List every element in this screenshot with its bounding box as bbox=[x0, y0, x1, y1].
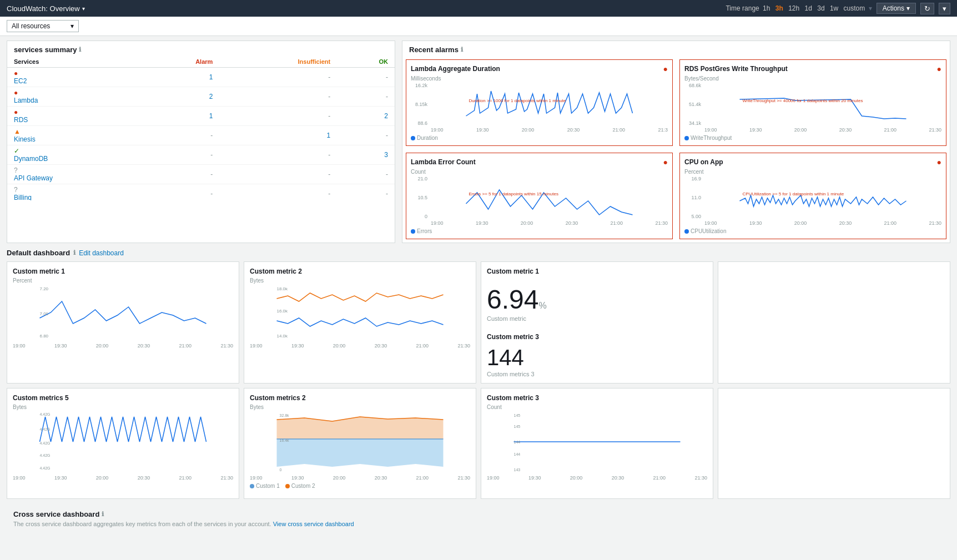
svg-text:16.0k: 16.0k bbox=[277, 309, 289, 314]
services-scroll-container[interactable]: Services Alarm Insufficient OK ● EC2 1 -… bbox=[7, 56, 395, 200]
alarm-x-labels-0: 19:0019:3020:0020:3021:0021:3 bbox=[431, 127, 668, 133]
svg-text:144: 144 bbox=[514, 452, 521, 456]
alarm-x-label: 20:00 bbox=[794, 220, 807, 226]
alarm-legend-item-3: CPUUtilization bbox=[684, 228, 726, 234]
alarms-title-text: Recent alarms bbox=[409, 46, 459, 54]
card-unit-custom-metric-1: Percent bbox=[13, 278, 233, 284]
refresh-button[interactable]: ↻ bbox=[920, 3, 934, 14]
edit-dashboard-link[interactable]: Edit dashboard bbox=[79, 249, 124, 257]
table-row: ✓ DynamoDB - - 3 bbox=[7, 145, 395, 165]
title-dropdown-arrow: ▾ bbox=[82, 6, 85, 12]
service-name-cell: ● RDS bbox=[7, 107, 141, 126]
alarm-x-label: 20:00 bbox=[521, 220, 533, 226]
alarm-legend-label-1: WriteThroughput bbox=[691, 135, 732, 141]
service-name-cell: ? API Gateway bbox=[7, 165, 141, 184]
alarm-cell: 1 bbox=[141, 68, 219, 87]
settings-button[interactable]: ▾ bbox=[939, 3, 950, 14]
alarm-legend-dot-1 bbox=[684, 136, 689, 140]
time-1d[interactable]: 1d bbox=[803, 4, 814, 12]
svg-text:143: 143 bbox=[514, 468, 521, 472]
alarm-x-label: 20:30 bbox=[839, 127, 852, 133]
alarm-legend-1: WriteThroughput bbox=[684, 135, 941, 141]
alarms-info-icon[interactable]: ℹ bbox=[461, 46, 463, 53]
metric-label-3: Custom metrics 3 bbox=[487, 371, 707, 377]
alarm-chart-svg-0: Duration >= 1000 for 1 datapoints within… bbox=[431, 83, 668, 124]
time-1w[interactable]: 1w bbox=[828, 4, 840, 12]
svg-text:WriteThroughput >= 40000 for 1: WriteThroughput >= 40000 for 1 datapoint… bbox=[743, 98, 863, 103]
alarm-legend-dot-2 bbox=[411, 229, 415, 234]
alarm-card-title-1: RDS PostGres Write Throughput ● bbox=[684, 64, 941, 73]
alarm-legend-item-1: WriteThroughput bbox=[684, 135, 732, 141]
time-3d[interactable]: 3d bbox=[815, 4, 826, 12]
cross-service-info-icon[interactable]: ℹ bbox=[102, 511, 104, 518]
cross-service-link[interactable]: View cross service dashboard bbox=[273, 521, 354, 527]
dashboard-section-title: Default dashboard ℹ Edit dashboard bbox=[7, 249, 950, 257]
service-link-dynamodb[interactable]: DynamoDB bbox=[14, 155, 134, 163]
col-ok: OK bbox=[337, 56, 395, 68]
insufficient-cell: - bbox=[219, 68, 337, 87]
app-title[interactable]: CloudWatch: Overview ▾ bbox=[7, 4, 85, 13]
actions-button[interactable]: Actions ▾ bbox=[877, 3, 916, 14]
service-link-kinesis[interactable]: Kinesis bbox=[14, 135, 134, 143]
service-link-ec2[interactable]: EC2 bbox=[14, 77, 134, 85]
card-title-number-1: Custom metric 1 bbox=[487, 268, 707, 275]
alarm-x-label: 21:00 bbox=[613, 127, 626, 133]
alarm-card-1: RDS PostGres Write Throughput ● Bytes/Se… bbox=[679, 59, 946, 146]
dashboard-card-empty-2 bbox=[718, 388, 950, 499]
service-link-rds[interactable]: RDS bbox=[14, 116, 134, 124]
alarm-x-label: 19:00 bbox=[431, 220, 444, 226]
alarm-y-mid-0: 8.15k bbox=[411, 102, 427, 107]
services-info-icon[interactable]: ℹ bbox=[79, 46, 81, 53]
alarm-x-label: 20:00 bbox=[794, 127, 807, 133]
alarm-x-labels-2: 19:0019:3020:0020:3021:0021:30 bbox=[431, 220, 668, 226]
alarm-card-title-2: Lambda Error Count ● bbox=[411, 158, 668, 167]
card-title-custom-metric-3: Custom metric 3 bbox=[487, 394, 707, 402]
dashboard-card-custom-metrics-5: Custom metrics 5 Bytes 4.42G 4.42G 4.42G… bbox=[7, 388, 239, 499]
table-row: ? Billing - - - bbox=[7, 184, 395, 201]
alarm-y-bot-0: 88.6 bbox=[411, 120, 427, 126]
time-custom[interactable]: custom bbox=[842, 4, 867, 12]
chart-custom-metric-2: 18.0k 16.0k 14.0k bbox=[250, 285, 470, 340]
dashboard-info-icon[interactable]: ℹ bbox=[73, 249, 75, 256]
services-title-text: services summary bbox=[14, 46, 77, 54]
time-3h[interactable]: 3h bbox=[774, 4, 785, 12]
card-unit-custom-metrics-5: Bytes bbox=[13, 404, 233, 410]
dashboard-row2: Custom metrics 5 Bytes 4.42G 4.42G 4.42G… bbox=[7, 388, 950, 499]
svg-marker-15 bbox=[277, 417, 444, 439]
alarm-title-text-2: Lambda Error Count bbox=[411, 158, 476, 166]
card-title-custom-metrics-5: Custom metrics 5 bbox=[13, 394, 233, 402]
alarm-cell: - bbox=[141, 184, 219, 201]
alarm-y-top-0: 16.2k bbox=[411, 83, 427, 88]
chart-time-labels-2: 19:0019:3020:0020:3021:0021:30 bbox=[250, 343, 470, 349]
legend-dot-custom2 bbox=[285, 484, 290, 488]
service-link-lambda[interactable]: Lambda bbox=[14, 97, 134, 104]
ok-cell: - bbox=[337, 165, 395, 184]
card-title-custom-metric-1: Custom metric 1 bbox=[13, 268, 233, 275]
service-link-api-gateway[interactable]: API Gateway bbox=[14, 174, 134, 182]
svg-text:4.42G: 4.42G bbox=[40, 412, 51, 416]
ok-cell: 2 bbox=[337, 107, 395, 126]
chart-custom-metrics-5: 4.42G 4.42G 4.42G 4.42G 4.42G bbox=[13, 411, 233, 472]
time-range-controls: Time range 1h 3h 12h 1d 3d 1w custom ▾ bbox=[726, 4, 872, 12]
metric-unit-1: % bbox=[538, 301, 546, 310]
alarm-x-label: 19:30 bbox=[476, 220, 488, 226]
time-12h[interactable]: 12h bbox=[787, 4, 801, 12]
alarm-legend-item-0: Duration bbox=[411, 135, 438, 141]
alarm-y-labels-1: 68.6k 51.4k 34.1k bbox=[684, 83, 702, 126]
alarm-chart-svg-2: Errors >= 5 for 1 datapoints within 15 m… bbox=[431, 176, 668, 218]
svg-text:16.4k: 16.4k bbox=[280, 438, 290, 442]
chart-custom-metric-1: 7.20 7.00 6.80 bbox=[13, 285, 233, 340]
alarm-y-mid-1: 51.4k bbox=[684, 102, 701, 107]
alarm-y-bot-1: 34.1k bbox=[684, 120, 701, 126]
service-link-billing[interactable]: Billing bbox=[14, 194, 134, 200]
resources-dropdown[interactable]: All resources ▾ bbox=[7, 20, 79, 32]
card-unit-custom-metric-2: Bytes bbox=[250, 278, 470, 284]
ok-cell: - bbox=[337, 87, 395, 107]
chart-legend-2b: Custom 1 Custom 2 bbox=[250, 483, 470, 489]
cross-service-desc: The cross service dashboard aggregates k… bbox=[13, 521, 944, 527]
alarm-x-label: 21:00 bbox=[611, 220, 623, 226]
time-1h[interactable]: 1h bbox=[761, 4, 772, 12]
svg-text:4.42G: 4.42G bbox=[40, 427, 51, 431]
alarm-x-label: 21:30 bbox=[929, 127, 941, 133]
alarm-unit-3: Percent bbox=[684, 169, 941, 175]
